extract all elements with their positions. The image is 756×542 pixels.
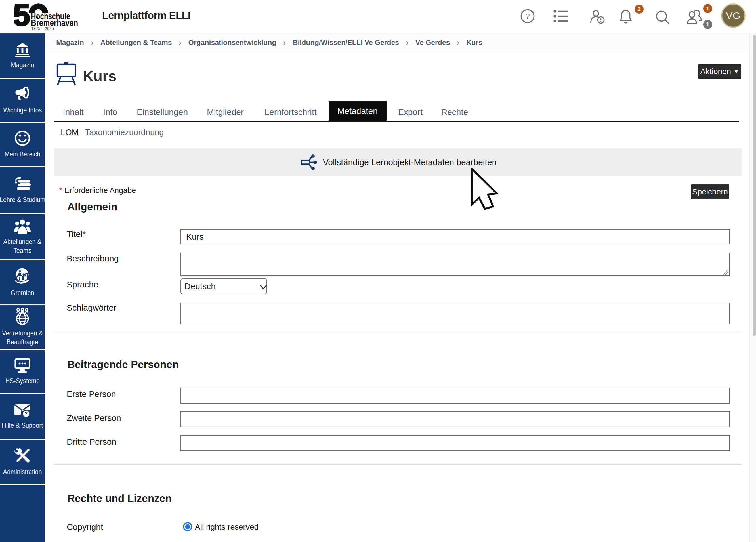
svg-text:1975 – 2025: 1975 – 2025 <box>31 26 54 31</box>
svg-text:?: ? <box>25 411 28 417</box>
svg-text:5: 5 <box>14 3 30 32</box>
svg-text:?: ? <box>525 12 530 21</box>
